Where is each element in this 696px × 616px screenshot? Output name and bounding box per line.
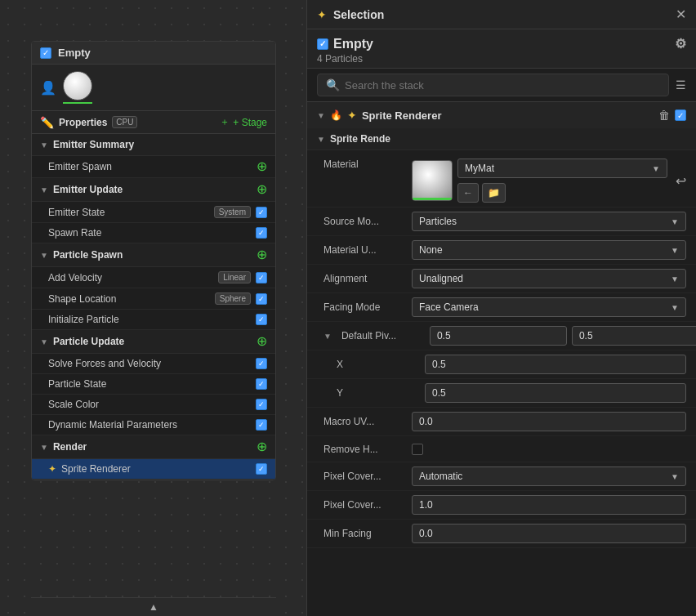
x-input[interactable] [425, 355, 686, 374]
solve-forces-label: Solve Forces and Velocity [48, 358, 251, 369]
emitter-checkbox[interactable]: ✓ [40, 47, 51, 59]
material-dropdown[interactable]: MyMat ▼ [457, 158, 667, 178]
initialize-particle-row[interactable]: Initialize Particle ✓ [32, 310, 275, 330]
initialize-particle-label: Initialize Particle [48, 314, 251, 325]
scroll-arrow-area: ▲ [31, 597, 276, 616]
particle-state-label: Particle State [48, 378, 251, 390]
add-velocity-row[interactable]: Add Velocity Linear ✓ [32, 267, 275, 288]
particle-spawn-header[interactable]: ▼ Particle Spawn ⊕ [32, 243, 275, 267]
particle-state-check[interactable]: ✓ [256, 378, 267, 390]
pixel-cover1-dropdown[interactable]: Automatic ▼ [412, 466, 686, 486]
emitter-update-label: Emitter Update [53, 184, 123, 195]
particle-spawn-add[interactable]: ⊕ [257, 248, 267, 261]
sprite-renderer-row[interactable]: ✦ Sprite Renderer ✓ [32, 459, 275, 480]
dropdown-arrow5: ▼ [671, 303, 679, 312]
sprite-renderer-check[interactable]: ✓ [256, 463, 267, 475]
material-row: Material MyMat ▼ ← 📁 ↩ [307, 150, 696, 208]
facing-mode-dropdown[interactable]: Face Camera ▼ [412, 297, 686, 317]
close-button[interactable]: ✕ [676, 7, 686, 22]
scale-color-row[interactable]: Scale Color ✓ [32, 395, 275, 415]
material-preview[interactable] [412, 160, 453, 201]
spawn-rate-check[interactable]: ✓ [256, 227, 267, 239]
gear-icon[interactable]: ⚙ [675, 36, 686, 51]
alignment-label: Alignment [323, 273, 405, 284]
pixel-cover1-value-area: Automatic ▼ [412, 466, 686, 486]
undo-button[interactable]: ↩ [676, 173, 686, 189]
material-u-row: Material U... None ▼ [307, 236, 696, 265]
sprite-renderer-header[interactable]: ▼ 🔥 ✦ Sprite Renderer 🗑 ✓ [307, 102, 696, 128]
filter-button[interactable]: ☰ [676, 78, 686, 92]
shape-location-row[interactable]: Shape Location Sphere ✓ [32, 288, 275, 310]
triangle-icon: ▼ [317, 135, 325, 144]
default-piv-y-input[interactable] [572, 326, 696, 346]
macro-uv-input[interactable] [412, 412, 686, 431]
dropdown-arrow6: ▼ [671, 472, 679, 481]
emitter-summary-header[interactable]: ▼ Emitter Summary [32, 134, 275, 156]
remove-h-row: Remove H... [307, 436, 696, 462]
avatar-area: 👤 [32, 65, 275, 111]
render-header[interactable]: ▼ Render ⊕ [32, 435, 275, 459]
macro-uv-label: Macro UV... [323, 416, 405, 427]
delete-button[interactable]: 🗑 [658, 109, 670, 122]
pixel-cover2-row: Pixel Cover... [307, 491, 696, 520]
render-add[interactable]: ⊕ [257, 440, 267, 453]
alignment-dropdown[interactable]: Unaligned ▼ [412, 269, 686, 288]
emitter-spawn-row[interactable]: Emitter Spawn ⊕ [32, 156, 275, 178]
source-mode-value: Particles [419, 216, 457, 227]
left-panel: ✓ Empty 👤 ✏️ Properties CPU ＋ + Stage ▼ … [31, 41, 276, 480]
back-button[interactable]: ← [457, 183, 479, 203]
solve-forces-row[interactable]: Solve Forces and Velocity ✓ [32, 354, 275, 374]
browse-button[interactable]: 📁 [482, 183, 506, 203]
right-panel: ✦ Selection ✕ ✓ Empty ⚙ 4 Particles 🔍 ☰ … [306, 0, 696, 616]
source-mode-dropdown[interactable]: Particles ▼ [412, 212, 686, 231]
solve-forces-check[interactable]: ✓ [256, 358, 267, 369]
scale-color-check[interactable]: ✓ [256, 399, 267, 410]
dynamic-material-row[interactable]: Dynamic Material Parameters ✓ [32, 415, 275, 435]
stage-label: + Stage [233, 117, 267, 128]
min-facing-label: Min Facing [323, 528, 405, 539]
search-input[interactable] [345, 79, 660, 92]
alignment-value-area: Unaligned ▼ [412, 269, 686, 288]
add-velocity-check[interactable]: ✓ [256, 272, 267, 283]
min-facing-input[interactable] [412, 524, 686, 543]
emitter-update-header[interactable]: ▼ Emitter Update ⊕ [32, 178, 275, 202]
y-value-area [425, 383, 686, 403]
initialize-particle-check[interactable]: ✓ [256, 314, 267, 325]
scale-color-label: Scale Color [48, 399, 251, 410]
y-row: Y [307, 379, 696, 408]
spawn-rate-row[interactable]: Spawn Rate ✓ [32, 223, 275, 243]
particle-update-add[interactable]: ⊕ [257, 335, 267, 348]
particle-update-header[interactable]: ▼ Particle Update ⊕ [32, 330, 275, 354]
remove-h-checkbox[interactable] [412, 444, 423, 455]
emitter-name-checkbox[interactable]: ✓ [317, 38, 328, 50]
cpu-badge: CPU [112, 116, 137, 128]
emitter-state-row[interactable]: Emitter State System ✓ [32, 202, 275, 223]
emitter-spawn-add[interactable]: ⊕ [257, 160, 267, 173]
default-piv-x-input[interactable] [430, 326, 567, 346]
sparkle-icon: ✦ [317, 8, 327, 21]
sphere-badge: Sphere [215, 292, 251, 305]
dynamic-material-check[interactable]: ✓ [256, 419, 267, 431]
person-icon: 👤 [40, 80, 56, 96]
selection-titlebar: ✦ Selection ✕ [307, 0, 696, 29]
sprite-rende-subheader[interactable]: ▼ Sprite Rende [307, 128, 696, 150]
pixel-cover1-row: Pixel Cover... Automatic ▼ [307, 462, 696, 491]
dropdown-arrow: ▼ [652, 164, 660, 173]
pixel-cover2-input[interactable] [412, 495, 686, 515]
source-mode-row: Source Mo... Particles ▼ [307, 208, 696, 236]
emitter-panel-header: ✓ Empty ⚙ 4 Particles [307, 29, 696, 69]
star-icon: ✦ [48, 463, 56, 475]
emitter-update-add[interactable]: ⊕ [257, 183, 267, 196]
shape-location-check[interactable]: ✓ [256, 293, 267, 305]
particle-update-label: Particle Update [53, 336, 124, 347]
sprite-renderer-enable[interactable]: ✓ [675, 109, 686, 121]
y-input[interactable] [425, 383, 686, 403]
emitter-title: Empty [58, 47, 91, 59]
scroll-up-icon[interactable]: ▲ [149, 601, 158, 613]
material-u-dropdown[interactable]: None ▼ [412, 240, 686, 260]
particle-state-row[interactable]: Particle State ✓ [32, 374, 275, 395]
emitter-state-check[interactable]: ✓ [256, 207, 267, 218]
add-velocity-label: Add Velocity [48, 272, 213, 283]
stage-button[interactable]: ＋ + Stage [220, 115, 267, 129]
macro-uv-value-area [412, 412, 686, 431]
